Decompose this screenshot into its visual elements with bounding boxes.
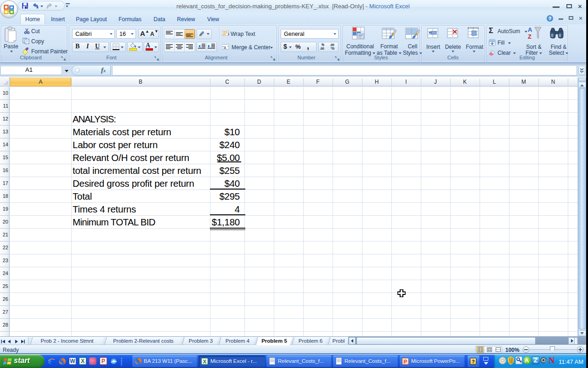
svg-text:Z: Z: [528, 33, 531, 40]
svg-text:.00: .00: [320, 47, 324, 50]
svg-text:e: e: [48, 357, 51, 365]
svg-text:.00: .00: [330, 43, 334, 46]
svg-text:a: a: [224, 45, 226, 50]
svg-text:A: A: [528, 26, 532, 33]
